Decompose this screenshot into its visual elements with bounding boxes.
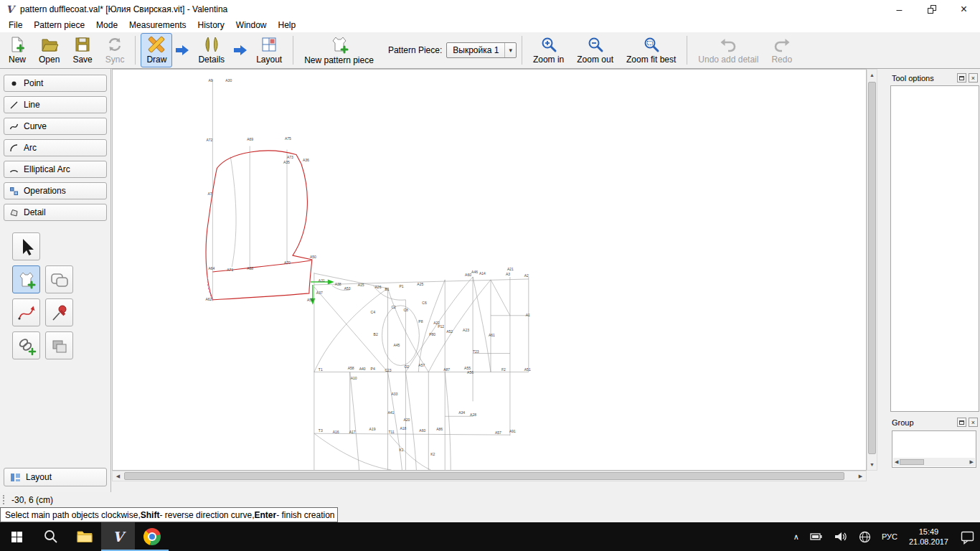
new-pattern-piece-button[interactable]: New pattern piece [298,32,380,68]
layout-panel-button[interactable]: Layout [4,468,107,486]
category-line[interactable]: Line [4,96,107,113]
category-arc[interactable]: Arc [4,139,107,156]
zoom-out-button[interactable]: Zoom out [571,33,619,67]
menu-window[interactable]: Window [230,19,273,32]
category-curve[interactable]: Curve [4,118,107,135]
canvas-vertical-scrollbar[interactable]: ▲ ▼ [867,69,877,471]
svg-text:T11: T11 [389,430,395,434]
duplicate-detail-tool-button[interactable] [45,331,73,359]
undo-button[interactable]: Undo add detail [692,33,764,67]
canvas-viewport[interactable]: A9A30A72A69A75A73A35A36A7A64A71A68A70A50… [112,69,867,471]
insert-node-tool-button[interactable] [12,331,40,359]
menu-mode[interactable]: Mode [90,19,123,32]
pin-tool-button[interactable] [45,298,73,326]
scroll-left-arrow[interactable]: ◀ [895,459,898,465]
svg-text:A2: A2 [524,273,529,278]
chevron-down-icon: ▾ [504,43,512,57]
new-detail-tool-button[interactable] [12,265,40,293]
taskbar-search-button[interactable] [34,522,67,551]
draw-mode-button[interactable]: Draw [141,33,172,67]
menu-measurements[interactable]: Measurements [123,19,192,32]
scroll-left-arrow[interactable]: ◀ [113,471,123,481]
taskbar-clock[interactable]: 15:49 21.08.2017 [903,527,955,547]
details-mode-button[interactable]: Details [192,33,230,67]
close-panel-button[interactable]: × [969,418,978,427]
scroll-up-arrow[interactable]: ▲ [867,70,877,80]
arrow-cursor-tool-button[interactable] [12,232,40,260]
volume-tray-button[interactable] [829,522,853,551]
scroll-right-arrow[interactable]: ▶ [970,459,974,465]
close-icon: × [971,75,975,82]
hood-pattern-outline[interactable] [206,151,312,300]
zoom-in-icon [540,36,557,53]
tool-options-title: Tool options [892,74,955,83]
open-button[interactable]: Open [33,33,65,67]
svg-text:A58: A58 [348,366,354,370]
svg-text:A91: A91 [509,429,516,433]
svg-text:A68: A68 [247,266,253,270]
detail-icon [9,208,19,217]
category-elliptical-arc[interactable]: Elliptical Arc [4,161,107,178]
pattern-piece-select[interactable]: Выкройка 1 ▾ [446,42,517,58]
network-icon [858,530,872,544]
restore-button[interactable] [915,0,948,18]
cursor-coordinates: -30, 6 (cm) [11,495,53,505]
start-button[interactable] [0,522,34,551]
menu-file[interactable]: File [3,19,28,32]
new-button[interactable]: New [3,33,32,67]
zoom-fit-best-button[interactable]: Zoom fit best [621,33,682,67]
svg-text:A9: A9 [208,78,212,83]
category-detail[interactable]: Detail [4,204,107,221]
svg-text:A30: A30 [225,78,232,83]
menu-help[interactable]: Help [273,19,302,32]
group-scroll-thumb[interactable] [900,459,924,465]
curved-path-tool-button[interactable] [12,298,40,326]
float-panel-button[interactable] [957,73,966,83]
redo-button[interactable]: Redo [765,33,798,67]
menu-pattern-piece[interactable]: Pattern piece [28,19,90,32]
close-panel-button[interactable]: × [969,73,978,83]
scroll-down-arrow[interactable]: ▼ [867,460,877,469]
taskbar-valentina-button[interactable]: V [101,522,135,551]
svg-text:A51: A51 [524,367,531,372]
close-icon: × [971,419,975,426]
toolbar-separator [293,36,293,65]
vertical-scroll-thumb[interactable] [868,82,876,454]
group-list[interactable]: ◀ ▶ [892,430,976,468]
category-point[interactable]: Point [4,75,107,92]
float-panel-button[interactable] [957,418,966,427]
horizontal-scroll-thumb[interactable] [124,472,844,480]
canvas-horizontal-scrollbar[interactable]: ◀ ▶ [112,471,867,481]
group-scrollbar[interactable]: ◀ ▶ [893,458,975,466]
zoom-in-button[interactable]: Zoom in [527,33,570,67]
union-details-tool-button[interactable] [45,265,73,293]
menu-history[interactable]: History [192,19,230,32]
scroll-right-arrow[interactable]: ▶ [856,471,865,481]
category-operations[interactable]: Operations [4,182,107,199]
svg-text:A57: A57 [495,430,501,435]
layout-mode-button[interactable]: Layout [250,33,288,67]
arc-icon [9,143,19,153]
svg-text:A7: A7 [207,192,212,196]
close-button[interactable]: × [948,0,980,18]
svg-text:A3: A3 [506,272,510,276]
svg-text:A31: A31 [319,278,325,283]
svg-text:A20: A20 [403,418,410,422]
network-tray-button[interactable] [853,522,877,551]
save-button[interactable]: Save [67,33,98,67]
battery-tray-button[interactable] [804,522,829,551]
line-icon [9,100,19,110]
action-center-button[interactable] [955,522,980,551]
svg-text:O2: O2 [404,365,409,369]
taskbar-file-explorer-button[interactable] [67,522,101,551]
taskbar-chrome-button[interactable] [135,522,169,551]
sync-button[interactable]: Sync [100,33,131,67]
pattern-drawing[interactable]: A9A30A72A69A75A73A35A36A7A64A71A68A70A50… [113,70,866,470]
svg-text:T3: T3 [319,428,323,433]
tray-expand-button[interactable]: ∧ [788,522,804,551]
tools-sidebar: Point Line Curve Arc Elliptical Arc Oper… [0,69,111,492]
bodice-pattern-lines[interactable] [314,273,529,470]
minimize-button[interactable]: – [883,0,915,18]
svg-text:A1: A1 [526,313,530,317]
language-indicator[interactable]: РУС [877,522,903,551]
